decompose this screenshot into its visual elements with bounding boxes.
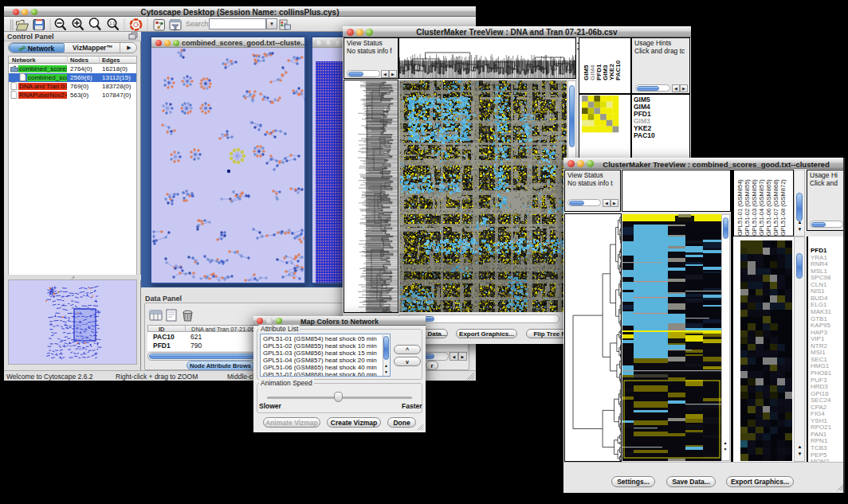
svg-text:1:1: 1:1 <box>110 21 116 25</box>
